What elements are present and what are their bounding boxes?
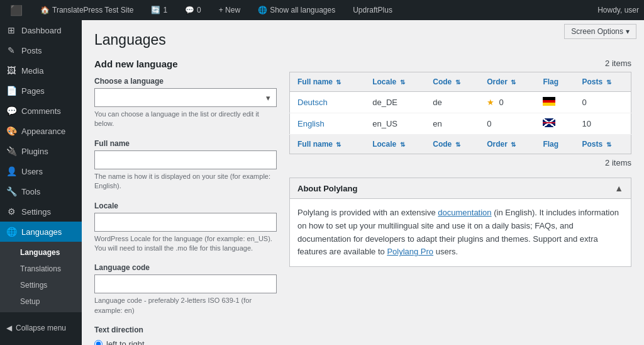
settings-icon: ⚙ [6, 206, 16, 217]
polylang-box-content: Polylang is provided with an extensive d… [290, 199, 631, 266]
full-name-label: Full name [94, 139, 277, 148]
th-fullname[interactable]: Full name ⇅ [290, 72, 365, 92]
sidebar-item-plugins[interactable]: 🔌 Plugins [0, 141, 82, 161]
languages-table: Full name ⇅ Locale ⇅ Code ⇅ [289, 72, 631, 154]
collapse-label: Collapse menu [16, 324, 66, 332]
deutsch-link[interactable]: Deutsch [297, 98, 328, 107]
th-footer-order[interactable]: Order ⇅ [479, 135, 535, 154]
tools-icon: 🔧 [6, 186, 16, 196]
submenu-item-settings[interactable]: Settings [0, 277, 82, 293]
adminbar-right: Howdy, user [597, 6, 639, 14]
new-content-button[interactable]: + New [214, 0, 245, 20]
show-all-languages-button[interactable]: 🌐 Show all languages [253, 0, 340, 20]
full-name-section: Full name The name is how it is displaye… [94, 139, 277, 191]
language-code-input[interactable] [94, 274, 277, 293]
th-footer-code[interactable]: Code ⇅ [425, 135, 479, 154]
about-polylang-box: About Polylang ▲ Polylang is provided wi… [289, 178, 631, 267]
table-row: English en_US en 0 10 [290, 113, 631, 135]
sidebar-item-pages[interactable]: 📄 Pages [0, 81, 82, 101]
site-name-button[interactable]: 🏠 TranslatePress Test Site [35, 0, 138, 20]
choose-language-section: Choose a language You can choose a langu… [94, 77, 277, 129]
show-all-languages-label: Show all languages [270, 6, 335, 14]
polylang-toggle-button[interactable]: ▲ [614, 183, 623, 193]
polylang-box-title: About Polylang [297, 184, 357, 193]
full-name-input[interactable] [94, 150, 277, 169]
appearance-icon: 🎨 [6, 126, 16, 136]
items-count-top: 2 items [289, 59, 631, 68]
ltr-radio[interactable] [94, 340, 103, 345]
sidebar-item-tools[interactable]: 🔧 Tools [0, 181, 82, 201]
sidebar-item-posts[interactable]: ✎ Posts [0, 40, 82, 60]
sidebar-item-users[interactable]: 👤 Users [0, 161, 82, 181]
locale-input[interactable] [94, 213, 277, 232]
text-direction-section: Text direction left to right right to le… [94, 325, 277, 345]
sidebar-item-comments[interactable]: 💬 Comments [0, 101, 82, 121]
sidebar-item-languages[interactable]: 🌐 Languages [0, 222, 82, 242]
sidebar-item-appearance[interactable]: 🎨 Appearance [0, 121, 82, 141]
site-icon: 🏠 [40, 6, 50, 14]
language-select[interactable] [94, 88, 277, 107]
text-direction-label: Text direction [94, 325, 277, 334]
admin-bar: ⬛ 🏠 TranslatePress Test Site 🔄 1 💬 0 + N… [0, 0, 644, 20]
sidebar-item-dashboard[interactable]: ⊞ Dashboard [0, 20, 82, 40]
page-wrap: Languages Add new language Choose a lang… [82, 20, 644, 345]
td-order-english: 0 [479, 113, 535, 135]
media-icon: 🖼 [6, 65, 16, 76]
sidebar-item-settings[interactable]: ⚙ Settings [0, 201, 82, 222]
th-order[interactable]: Order ⇅ [479, 72, 535, 92]
flag-col-label: Flag [543, 77, 558, 86]
th-footer-locale[interactable]: Locale ⇅ [365, 135, 425, 154]
table-header-row: Full name ⇅ Locale ⇅ Code ⇅ [290, 72, 631, 92]
th-locale[interactable]: Locale ⇅ [365, 72, 425, 92]
locale-sort-icon: ⇅ [400, 79, 405, 86]
languages-table-area: 2 items Full name ⇅ Locale ⇅ [289, 59, 631, 267]
footer-locale-sort: ⇅ [400, 141, 405, 148]
language-code-hint: Language code - preferably 2-letters ISO… [94, 296, 277, 315]
screen-options-button[interactable]: Screen Options ▾ [564, 24, 636, 39]
screen-options-label: Screen Options [571, 27, 623, 36]
td-posts-english: 10 [575, 113, 631, 135]
pages-label: Pages [21, 86, 45, 96]
polylang-content-3: users. [433, 247, 458, 256]
locale-hint: WordPress Locale for the language (for e… [94, 234, 277, 254]
collapse-menu-button[interactable]: ◀ Collapse menu [0, 317, 82, 339]
th-posts[interactable]: Posts ⇅ [575, 72, 631, 92]
td-locale-deutsch: de_DE [365, 92, 425, 113]
add-new-section-title: Add new language [94, 59, 277, 69]
order-col-label: Order [487, 77, 508, 86]
polylang-pro-link[interactable]: Polylang Pro [387, 247, 433, 256]
submenu-item-translations[interactable]: Translations [0, 261, 82, 277]
languages-icon: 🌐 [258, 6, 267, 14]
updates-button[interactable]: 🔄 1 [146, 0, 172, 20]
submenu-item-setup[interactable]: Setup [0, 293, 82, 310]
th-code[interactable]: Code ⇅ [425, 72, 479, 92]
th-footer-flag: Flag [535, 135, 574, 154]
polylang-doc-link[interactable]: documentation [438, 208, 491, 217]
table-row: Deutsch de_DE de ★ 0 [290, 92, 631, 113]
comments-button[interactable]: 💬 0 [180, 0, 206, 20]
footer-fullname-sort: ⇅ [336, 141, 341, 148]
language-code-label: Language code [94, 263, 277, 272]
td-code-deutsch: de [425, 92, 479, 113]
wp-logo-button[interactable]: ⬛ [5, 0, 28, 20]
settings-label: Settings [21, 207, 51, 217]
ltr-radio-label[interactable]: left to right [94, 339, 277, 345]
th-footer-posts[interactable]: Posts ⇅ [575, 135, 631, 154]
table-footer-header-row: Full name ⇅ Locale ⇅ Code ⇅ Order ⇅ [290, 135, 631, 154]
submenu-item-languages[interactable]: Languages [0, 244, 82, 261]
th-footer-fullname[interactable]: Full name ⇅ [290, 135, 365, 154]
locale-label: Locale [94, 201, 277, 210]
english-link[interactable]: English [297, 119, 325, 128]
items-count-bottom: 2 items [289, 158, 631, 167]
sidebar-item-media[interactable]: 🖼 Media [0, 60, 82, 81]
media-label: Media [21, 66, 43, 76]
full-name-hint: The name is how it is displayed on your … [94, 172, 277, 191]
plugins-icon: 🔌 [6, 146, 16, 156]
updraftplus-button[interactable]: UpdraftPlus [348, 0, 397, 20]
footer-order-sort: ⇅ [511, 141, 516, 148]
chevron-down-icon: ▾ [626, 27, 630, 36]
ltr-label: left to right [106, 339, 145, 345]
language-select-wrapper [94, 88, 277, 107]
admin-sidebar: ⊞ Dashboard ✎ Posts 🖼 Media 📄 Pages 💬 Co… [0, 20, 82, 345]
flag-en [543, 118, 555, 127]
